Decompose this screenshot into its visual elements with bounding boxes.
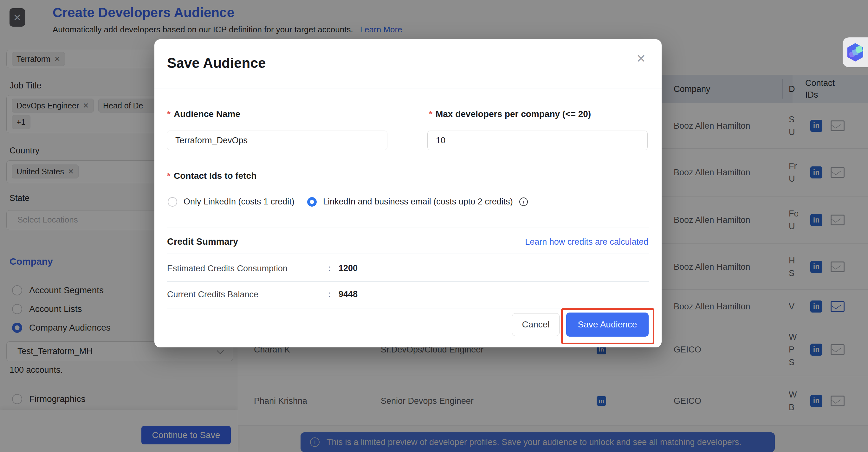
contact-ids-label: *Contact Ids to fetch bbox=[167, 171, 256, 181]
max-developers-label: *Max developers per company (<= 20) bbox=[429, 109, 591, 119]
radio-selected-icon bbox=[307, 197, 317, 207]
credit-summary-heading: Credit Summary bbox=[167, 236, 238, 247]
required-asterisk: * bbox=[429, 109, 432, 119]
info-icon[interactable]: i bbox=[519, 197, 528, 206]
save-audience-modal: Save Audience ✕ *Audience Name *Max deve… bbox=[154, 39, 662, 347]
radio-only-linkedin[interactable]: Only LinkedIn (costs 1 credit) bbox=[168, 197, 294, 207]
estimated-credits-label: Estimated Credits Consumption bbox=[167, 264, 287, 273]
hexagon-logo-icon bbox=[845, 42, 865, 62]
current-balance-label: Current Credits Balance bbox=[167, 290, 258, 299]
current-balance-value: 9448 bbox=[339, 289, 358, 299]
required-asterisk: * bbox=[167, 171, 170, 181]
estimated-credits-value: 1200 bbox=[339, 263, 358, 273]
max-developers-input[interactable] bbox=[427, 131, 648, 150]
modal-close-icon[interactable]: ✕ bbox=[636, 52, 646, 65]
required-asterisk: * bbox=[167, 109, 170, 119]
radio-linkedin-and-email[interactable]: LinkedIn and business email (costs upto … bbox=[307, 197, 528, 207]
cancel-button[interactable]: Cancel bbox=[512, 313, 560, 336]
app-window: ✕ Create Developers Audience Automatical… bbox=[0, 0, 868, 452]
extension-widget-button[interactable] bbox=[843, 37, 868, 67]
credits-calculated-link[interactable]: Learn how credits are calculated bbox=[525, 237, 648, 247]
save-audience-button[interactable]: Save Audience bbox=[566, 313, 649, 336]
audience-name-input[interactable] bbox=[167, 131, 388, 150]
radio-icon bbox=[168, 197, 177, 207]
modal-title: Save Audience bbox=[167, 55, 266, 71]
audience-name-label: *Audience Name bbox=[167, 109, 240, 119]
